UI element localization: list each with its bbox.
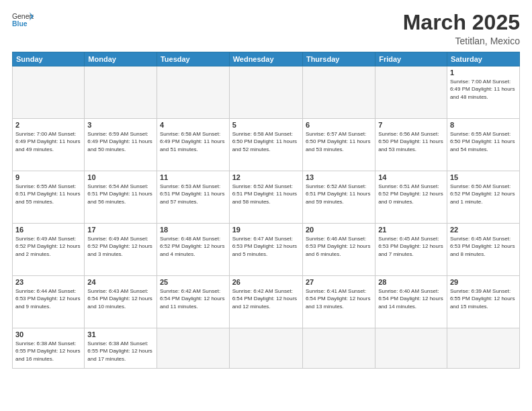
day-info: Sunrise: 6:58 AM Sunset: 6:49 PM Dayligh… bbox=[160, 130, 226, 153]
day-info: Sunrise: 6:55 AM Sunset: 6:51 PM Dayligh… bbox=[15, 183, 81, 205]
table-row: 9Sunrise: 6:55 AM Sunset: 6:51 PM Daylig… bbox=[13, 171, 85, 224]
day-info: Sunrise: 6:42 AM Sunset: 6:54 PM Dayligh… bbox=[232, 287, 300, 310]
day-info: Sunrise: 6:56 AM Sunset: 6:50 PM Dayligh… bbox=[378, 130, 444, 153]
day-info: Sunrise: 6:49 AM Sunset: 6:52 PM Dayligh… bbox=[87, 235, 154, 258]
table-row: 24Sunrise: 6:43 AM Sunset: 6:54 PM Dayli… bbox=[85, 276, 157, 328]
day-number: 14 bbox=[378, 173, 444, 181]
table-row: 21Sunrise: 6:45 AM Sunset: 6:53 PM Dayli… bbox=[375, 224, 447, 276]
table-row: 13Sunrise: 6:52 AM Sunset: 6:51 PM Dayli… bbox=[302, 171, 375, 224]
table-row bbox=[85, 66, 157, 119]
day-info: Sunrise: 6:58 AM Sunset: 6:50 PM Dayligh… bbox=[232, 130, 300, 153]
table-row: 31Sunrise: 6:38 AM Sunset: 6:55 PM Dayli… bbox=[85, 328, 157, 369]
day-info: Sunrise: 6:50 AM Sunset: 6:52 PM Dayligh… bbox=[450, 183, 517, 205]
table-row: 16Sunrise: 6:49 AM Sunset: 6:52 PM Dayli… bbox=[13, 224, 85, 276]
table-row bbox=[375, 66, 447, 119]
day-info: Sunrise: 6:40 AM Sunset: 6:54 PM Dayligh… bbox=[378, 287, 444, 310]
day-info: Sunrise: 6:45 AM Sunset: 6:53 PM Dayligh… bbox=[378, 235, 444, 258]
day-number: 28 bbox=[378, 278, 444, 286]
day-info: Sunrise: 6:53 AM Sunset: 6:51 PM Dayligh… bbox=[160, 183, 226, 205]
header-sunday: Sunday bbox=[13, 52, 85, 66]
weekday-header-row: Sunday Monday Tuesday Wednesday Thursday… bbox=[13, 52, 520, 66]
table-row: 12Sunrise: 6:52 AM Sunset: 6:51 PM Dayli… bbox=[229, 171, 302, 224]
table-row bbox=[302, 328, 375, 369]
header-friday: Friday bbox=[375, 52, 447, 66]
table-row bbox=[302, 66, 375, 119]
day-info: Sunrise: 6:38 AM Sunset: 6:55 PM Dayligh… bbox=[15, 340, 81, 363]
table-row bbox=[13, 66, 85, 119]
day-number: 6 bbox=[306, 121, 372, 129]
table-row: 29Sunrise: 6:39 AM Sunset: 6:55 PM Dayli… bbox=[447, 276, 519, 328]
day-info: Sunrise: 6:44 AM Sunset: 6:53 PM Dayligh… bbox=[15, 287, 81, 310]
header-tuesday: Tuesday bbox=[157, 52, 229, 66]
day-info: Sunrise: 7:00 AM Sunset: 6:49 PM Dayligh… bbox=[15, 130, 81, 153]
table-row: 11Sunrise: 6:53 AM Sunset: 6:51 PM Dayli… bbox=[157, 171, 229, 224]
table-row: 8Sunrise: 6:55 AM Sunset: 6:50 PM Daylig… bbox=[447, 119, 519, 171]
table-row bbox=[229, 328, 302, 369]
day-number: 26 bbox=[232, 278, 300, 286]
day-number: 10 bbox=[87, 173, 154, 181]
day-number: 27 bbox=[306, 278, 372, 286]
day-number: 11 bbox=[160, 173, 226, 181]
title-block: March 2025 Tetitlan, Mexico bbox=[403, 11, 520, 46]
day-number: 7 bbox=[378, 121, 444, 129]
day-number: 3 bbox=[87, 121, 154, 129]
day-info: Sunrise: 6:54 AM Sunset: 6:51 PM Dayligh… bbox=[87, 183, 154, 205]
day-number: 2 bbox=[15, 121, 81, 129]
table-row: 10Sunrise: 6:54 AM Sunset: 6:51 PM Dayli… bbox=[85, 171, 157, 224]
day-number: 24 bbox=[87, 278, 154, 286]
table-row: 14Sunrise: 6:51 AM Sunset: 6:52 PM Dayli… bbox=[375, 171, 447, 224]
table-row: 3Sunrise: 6:59 AM Sunset: 6:49 PM Daylig… bbox=[85, 119, 157, 171]
table-row bbox=[229, 66, 302, 119]
day-info: Sunrise: 6:47 AM Sunset: 6:53 PM Dayligh… bbox=[232, 235, 300, 258]
day-info: Sunrise: 6:48 AM Sunset: 6:52 PM Dayligh… bbox=[160, 235, 226, 258]
day-info: Sunrise: 6:43 AM Sunset: 6:54 PM Dayligh… bbox=[87, 287, 154, 310]
day-info: Sunrise: 6:59 AM Sunset: 6:49 PM Dayligh… bbox=[87, 130, 154, 153]
day-info: Sunrise: 6:39 AM Sunset: 6:55 PM Dayligh… bbox=[450, 287, 517, 310]
day-info: Sunrise: 6:52 AM Sunset: 6:51 PM Dayligh… bbox=[232, 183, 300, 205]
table-row: 26Sunrise: 6:42 AM Sunset: 6:54 PM Dayli… bbox=[229, 276, 302, 328]
table-row: 22Sunrise: 6:45 AM Sunset: 6:53 PM Dayli… bbox=[447, 224, 519, 276]
generalblue-logo-icon: General Blue bbox=[12, 11, 34, 30]
day-number: 25 bbox=[160, 278, 226, 286]
table-row: 5Sunrise: 6:58 AM Sunset: 6:50 PM Daylig… bbox=[229, 119, 302, 171]
day-number: 4 bbox=[160, 121, 226, 129]
header-saturday: Saturday bbox=[447, 52, 519, 66]
day-info: Sunrise: 6:49 AM Sunset: 6:52 PM Dayligh… bbox=[15, 235, 81, 258]
table-row bbox=[447, 328, 519, 369]
day-number: 31 bbox=[87, 330, 154, 338]
day-number: 15 bbox=[450, 173, 517, 181]
day-number: 18 bbox=[160, 226, 226, 234]
table-row: 23Sunrise: 6:44 AM Sunset: 6:53 PM Dayli… bbox=[13, 276, 85, 328]
svg-text:Blue: Blue bbox=[12, 20, 28, 28]
table-row: 6Sunrise: 6:57 AM Sunset: 6:50 PM Daylig… bbox=[302, 119, 375, 171]
day-number: 1 bbox=[450, 68, 517, 77]
table-row: 27Sunrise: 6:41 AM Sunset: 6:54 PM Dayli… bbox=[302, 276, 375, 328]
day-number: 23 bbox=[15, 278, 81, 286]
table-row: 28Sunrise: 6:40 AM Sunset: 6:54 PM Dayli… bbox=[375, 276, 447, 328]
table-row: 20Sunrise: 6:46 AM Sunset: 6:53 PM Dayli… bbox=[302, 224, 375, 276]
day-number: 22 bbox=[450, 226, 517, 234]
day-number: 17 bbox=[87, 226, 154, 234]
day-info: Sunrise: 6:51 AM Sunset: 6:52 PM Dayligh… bbox=[378, 183, 444, 205]
day-info: Sunrise: 7:00 AM Sunset: 6:49 PM Dayligh… bbox=[450, 78, 517, 101]
day-number: 30 bbox=[15, 330, 81, 338]
day-number: 21 bbox=[378, 226, 444, 234]
table-row bbox=[157, 66, 229, 119]
day-info: Sunrise: 6:52 AM Sunset: 6:51 PM Dayligh… bbox=[306, 183, 372, 205]
header: General Blue March 2025 Tetitlan, Mexico bbox=[12, 11, 520, 46]
day-number: 20 bbox=[306, 226, 372, 234]
day-info: Sunrise: 6:38 AM Sunset: 6:55 PM Dayligh… bbox=[87, 340, 154, 363]
table-row: 18Sunrise: 6:48 AM Sunset: 6:52 PM Dayli… bbox=[157, 224, 229, 276]
table-row: 15Sunrise: 6:50 AM Sunset: 6:52 PM Dayli… bbox=[447, 171, 519, 224]
table-row: 25Sunrise: 6:42 AM Sunset: 6:54 PM Dayli… bbox=[157, 276, 229, 328]
day-info: Sunrise: 6:41 AM Sunset: 6:54 PM Dayligh… bbox=[306, 287, 372, 310]
day-number: 5 bbox=[232, 121, 300, 129]
day-number: 13 bbox=[306, 173, 372, 181]
header-thursday: Thursday bbox=[302, 52, 375, 66]
table-row: 17Sunrise: 6:49 AM Sunset: 6:52 PM Dayli… bbox=[85, 224, 157, 276]
table-row: 7Sunrise: 6:56 AM Sunset: 6:50 PM Daylig… bbox=[375, 119, 447, 171]
table-row: 1Sunrise: 7:00 AM Sunset: 6:49 PM Daylig… bbox=[447, 66, 519, 119]
calendar: Sunday Monday Tuesday Wednesday Thursday… bbox=[12, 52, 520, 369]
logo: General Blue bbox=[12, 11, 34, 30]
day-info: Sunrise: 6:57 AM Sunset: 6:50 PM Dayligh… bbox=[306, 130, 372, 153]
